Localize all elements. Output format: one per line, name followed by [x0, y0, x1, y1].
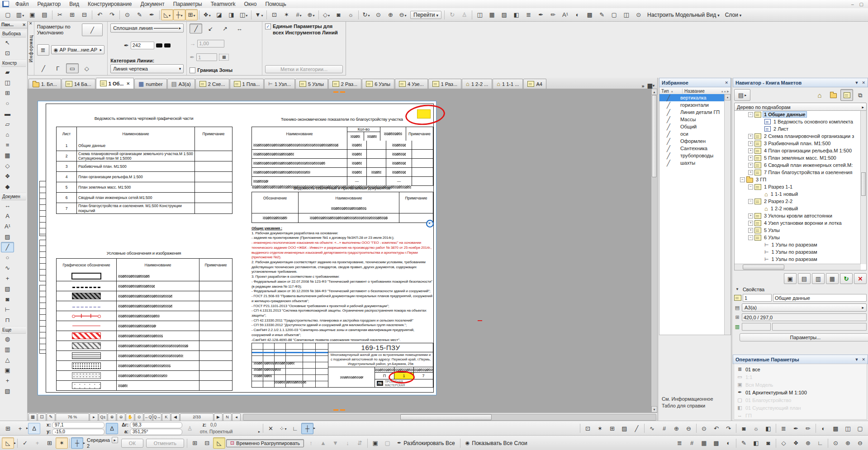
toolbox-tool[interactable]: ≡: [1, 140, 14, 150]
toolbar-button[interactable]: ∟: [814, 437, 826, 449]
tree-expander-icon[interactable]: −: [740, 177, 745, 182]
distance-field[interactable]: 98,3: [130, 422, 182, 428]
navigator-tree-item[interactable]: ⌂ 1 1-1 новый: [735, 190, 866, 198]
toolbar-button[interactable]: ◪: [213, 9, 225, 20]
quick-option-item[interactable]: ◧ 01 Существующий план: [735, 404, 866, 412]
geometry-rotated-rect-button[interactable]: ◇: [81, 63, 93, 73]
suspend-groups-button[interactable]: ⊡Временно Разгруппировать: [226, 439, 304, 447]
toolbox-tool[interactable]: △: [1, 355, 14, 365]
zoom-custom-icon[interactable]: Q±: [99, 413, 107, 421]
fill-pattern-chip[interactable]: ▩: [219, 54, 229, 61]
toolbar-button[interactable]: ❖: [790, 437, 802, 449]
unlock-all-button[interactable]: ✒Разблокировать Все: [394, 440, 459, 446]
toolbar-button[interactable]: ▥: [14, 9, 26, 20]
document-tab[interactable]: 1 Об... ✕: [96, 78, 134, 89]
toolbox-tool[interactable]: ▬: [1, 109, 14, 119]
menu-item[interactable]: Параметры: [170, 0, 206, 8]
toolbar-button[interactable]: ≣: [522, 9, 535, 20]
toolbar-button[interactable]: ⊡: [268, 9, 280, 20]
toolbar-button[interactable]: ✒: [146, 9, 158, 20]
document-tab[interactable]: 2 Раз... ✕: [328, 79, 361, 89]
previous-zoom-icon[interactable]: ←Q: [144, 413, 152, 421]
collapse-icon[interactable]: ▼: [735, 288, 739, 291]
toolbox-tool[interactable]: ▣: [1, 365, 14, 375]
tree-expander-icon[interactable]: +: [748, 156, 753, 161]
toolbar-button[interactable]: ✏: [802, 423, 814, 434]
order-arrow-icon[interactable]: ↑: [305, 437, 317, 449]
toolbox-tool[interactable]: Еще: [1, 326, 26, 334]
tree-expander-icon[interactable]: +: [748, 170, 753, 175]
menu-item[interactable]: Teamwork: [207, 0, 239, 8]
tab-overflow-icon[interactable]: »: [642, 83, 645, 89]
toolbar-button[interactable]: ⊖: [397, 9, 409, 20]
y-coordinate-field[interactable]: -15,0: [52, 429, 104, 435]
tab-list-icon[interactable]: ▦▾: [647, 83, 655, 89]
selected-line[interactable]: [252, 352, 328, 353]
toolbar-button[interactable]: ❖: [201, 9, 213, 20]
toolbox-tool[interactable]: Констр: [1, 59, 26, 67]
menu-item[interactable]: Файл: [12, 0, 33, 8]
line-category-combo[interactable]: Линия чертежа▾: [110, 64, 184, 73]
tree-expander-icon[interactable]: −: [748, 185, 753, 189]
navigator-action-button[interactable]: ▣: [784, 273, 797, 284]
toolbox-tool[interactable]: ❖: [1, 171, 14, 181]
toolbar-button[interactable]: #: [686, 437, 698, 449]
toolbar-button[interactable]: ▩: [830, 423, 842, 434]
toolbar-button[interactable]: ◨: [225, 9, 237, 20]
vertical-scrollbar[interactable]: ▲ ▼: [651, 89, 657, 412]
toolbar-button[interactable]: ☼: [750, 423, 762, 434]
document-tab[interactable]: 1 Раз... ✕: [428, 79, 461, 89]
tree-expander-icon[interactable]: +: [748, 148, 753, 153]
toolbox-tool[interactable]: A¹: [1, 221, 14, 232]
pick-icon[interactable]: ✓: [19, 437, 31, 449]
toolbar-button[interactable]: ⊞: [185, 9, 198, 20]
cancel-button[interactable]: Отменить: [146, 439, 184, 448]
quick-option-item[interactable]: ✒ 01 Архитектурный М 1:100: [735, 388, 866, 396]
infobox-tab-label[interactable]: Информац: [28, 35, 33, 62]
geometry-rectangle-button[interactable]: ▭: [66, 63, 79, 73]
origin-icon[interactable]: ⊞: [2, 423, 14, 434]
toolbox-tool[interactable]: ⌂: [1, 129, 14, 140]
tree-horizontal-scrollbar[interactable]: [735, 264, 861, 270]
snap-cycle-icon[interactable]: ▸: [112, 437, 118, 443]
layout-sheet[interactable]: Ведомость комплекта чертежей графической…: [38, 101, 436, 395]
quick-layout-icon[interactable]: ▦: [28, 413, 37, 421]
quick-option-item[interactable]: ≣ 01 все: [735, 365, 866, 373]
toolbar-button[interactable]: ◺: [161, 9, 173, 20]
autogroup-icon[interactable]: ◺: [213, 437, 225, 449]
toolbar-button[interactable]: #: [658, 423, 670, 434]
favorite-item[interactable]: ╱ трубопроводы: [659, 152, 730, 159]
favorite-item[interactable]: ╱ Линия детали ГП: [659, 109, 730, 116]
document-tab[interactable]: 4 Узе... ✕: [395, 79, 428, 89]
collapse-left-icon[interactable]: ◂: [232, 413, 241, 421]
lock-icon[interactable]: ▣: [369, 437, 381, 449]
angle-field[interactable]: 351,25°: [130, 429, 182, 435]
arrow-end-button[interactable]: ↗: [218, 24, 231, 33]
menu-item[interactable]: Конструирование: [84, 0, 135, 8]
toolbox-tool[interactable]: ◇: [1, 161, 14, 171]
favorite-item[interactable]: ╱ вертикалка: [659, 94, 730, 101]
delta-toggle[interactable]: Δ: [28, 423, 40, 434]
navigator-tree-item[interactable]: 1 Ведомость основного комплекта: [735, 118, 866, 125]
toolbar-button[interactable]: ⊟: [78, 9, 90, 20]
favorite-item[interactable]: ╱ Сантехника: [659, 145, 730, 152]
scroll-down-icon[interactable]: ▼: [651, 406, 657, 412]
snap-grid-icon[interactable]: ┼: [301, 423, 313, 434]
toolbar-button[interactable]: ◫: [237, 9, 250, 20]
toolbar-button[interactable]: ↶: [710, 423, 722, 434]
tree-expander-icon[interactable]: +: [748, 141, 753, 146]
pen-number-field[interactable]: 242: [131, 42, 154, 49]
navigator-tree-item[interactable]: + 5 Узлы: [735, 227, 866, 234]
linetype-combo[interactable]: Сплошная линия▸: [110, 24, 184, 33]
edit-group-icon[interactable]: ⊞: [43, 437, 56, 449]
navigator-tree-item[interactable]: + 4 План организации рельефа.М 1:500: [735, 147, 866, 154]
toolbox-tool[interactable]: ╱: [1, 242, 14, 252]
toolbar-button[interactable]: ▨: [618, 423, 631, 434]
layout-book-icon[interactable]: [840, 89, 853, 101]
tree-vertical-scrollbar[interactable]: [860, 111, 866, 264]
master-layout-combo[interactable]: А3(а)▸: [742, 303, 867, 312]
toolbar-button[interactable]: ◫: [474, 9, 486, 20]
toolbar-button[interactable]: ◙: [332, 9, 345, 20]
toolbar-button[interactable]: ∿: [646, 423, 658, 434]
toolbar-button[interactable]: ⊙: [372, 9, 384, 20]
